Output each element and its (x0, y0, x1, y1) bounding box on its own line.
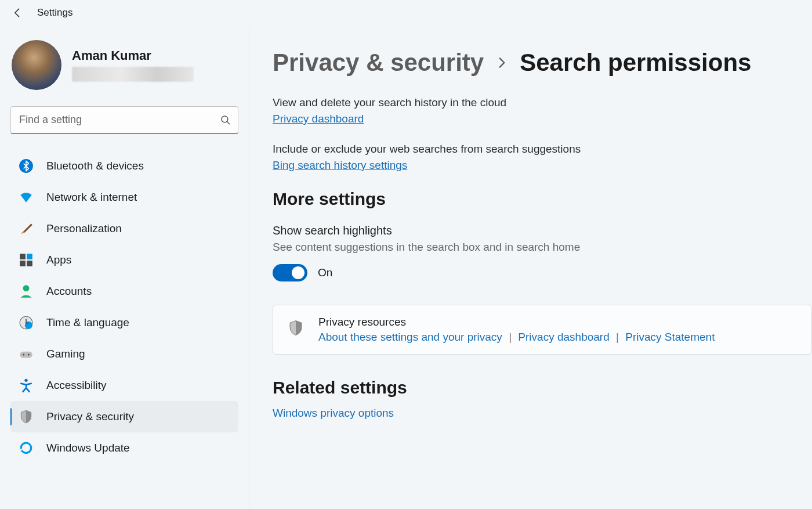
person-icon (19, 284, 34, 299)
sidebar: Aman Kumar Bluetooth & devic (0, 26, 249, 509)
svg-line-1 (227, 122, 230, 124)
chevron-right-icon (494, 55, 509, 70)
search-highlights-toggle[interactable] (273, 264, 307, 281)
svg-point-13 (24, 379, 27, 382)
paintbrush-icon (19, 221, 34, 236)
sidebar-item-gaming[interactable]: Gaming (10, 338, 238, 370)
breadcrumb: Privacy & security Search permissions (273, 49, 812, 77)
wifi-icon (19, 190, 34, 205)
avatar (12, 40, 61, 90)
sidebar-item-privacy[interactable]: Privacy & security (10, 401, 238, 432)
user-account-row[interactable]: Aman Kumar (10, 40, 238, 90)
svg-rect-10 (20, 352, 32, 358)
separator: | (505, 331, 515, 343)
gamepad-icon (19, 346, 34, 362)
sidebar-item-label: Accounts (46, 285, 92, 298)
breadcrumb-parent[interactable]: Privacy & security (273, 49, 484, 77)
more-settings-heading: More settings (273, 189, 812, 209)
sidebar-item-accessibility[interactable]: Accessibility (10, 370, 238, 401)
related-settings-heading: Related settings (273, 378, 812, 398)
about-settings-privacy-link[interactable]: About these settings and your privacy (318, 331, 502, 343)
sidebar-item-label: Personalization (46, 222, 122, 235)
search-wrap (10, 106, 238, 134)
sidebar-item-label: Accessibility (46, 379, 106, 392)
toggle-state-label: On (318, 266, 332, 279)
shield-icon (287, 319, 304, 337)
search-input[interactable] (10, 106, 238, 134)
windows-privacy-options-link[interactable]: Windows privacy options (273, 407, 394, 419)
sidebar-item-accounts[interactable]: Accounts (10, 276, 238, 307)
svg-point-7 (23, 285, 30, 291)
sidebar-item-label: Bluetooth & devices (46, 160, 144, 172)
svg-rect-5 (20, 261, 26, 266)
privacy-resources-links: About these settings and your privacy | … (318, 331, 715, 344)
privacy-statement-link[interactable]: Privacy Statement (625, 331, 715, 343)
sidebar-item-personalization[interactable]: Personalization (10, 213, 238, 244)
sidebar-item-label: Gaming (46, 348, 85, 360)
bluetooth-icon (19, 158, 34, 174)
search-icon[interactable] (220, 114, 231, 126)
sidebar-item-apps[interactable]: Apps (10, 244, 238, 276)
svg-rect-4 (27, 254, 32, 259)
search-highlights-title: Show search highlights (273, 224, 812, 237)
sidebar-item-label: Network & internet (46, 191, 137, 204)
bing-desc: Include or exclude your web searches fro… (273, 143, 812, 156)
clock-globe-icon (19, 315, 34, 330)
user-email-redacted (72, 67, 194, 82)
page-title: Search permissions (520, 49, 751, 77)
privacy-resources-card: Privacy resources About these settings a… (273, 305, 812, 355)
sidebar-item-label: Apps (46, 254, 71, 266)
sidebar-item-bluetooth[interactable]: Bluetooth & devices (10, 150, 238, 182)
header-bar: Settings (0, 0, 812, 26)
svg-point-12 (28, 353, 30, 355)
separator: | (612, 331, 622, 343)
sidebar-item-label: Windows Update (46, 442, 130, 454)
svg-rect-6 (27, 261, 32, 266)
sidebar-item-network[interactable]: Network & internet (10, 182, 238, 213)
svg-rect-3 (20, 254, 26, 259)
back-button[interactable] (12, 7, 23, 19)
cloud-history-desc: View and delete your search history in t… (273, 96, 812, 109)
privacy-dashboard-link-2[interactable]: Privacy dashboard (518, 331, 609, 343)
sidebar-item-label: Privacy & security (46, 410, 134, 423)
user-name: Aman Kumar (72, 48, 194, 63)
main-content: Privacy & security Search permissions Vi… (249, 26, 812, 509)
bing-history-link[interactable]: Bing search history settings (273, 159, 407, 171)
svg-point-11 (23, 353, 24, 355)
apps-icon (19, 252, 34, 268)
accessibility-icon (19, 378, 34, 393)
update-icon (19, 441, 34, 456)
privacy-dashboard-link[interactable]: Privacy dashboard (273, 113, 364, 125)
app-title: Settings (37, 7, 72, 19)
sidebar-item-update[interactable]: Windows Update (10, 432, 238, 464)
sidebar-item-label: Time & language (46, 316, 129, 329)
search-highlights-sub: See content suggestions in the search bo… (273, 241, 812, 254)
privacy-resources-title: Privacy resources (318, 316, 715, 328)
shield-icon (19, 409, 34, 424)
sidebar-item-time[interactable]: Time & language (10, 307, 238, 338)
